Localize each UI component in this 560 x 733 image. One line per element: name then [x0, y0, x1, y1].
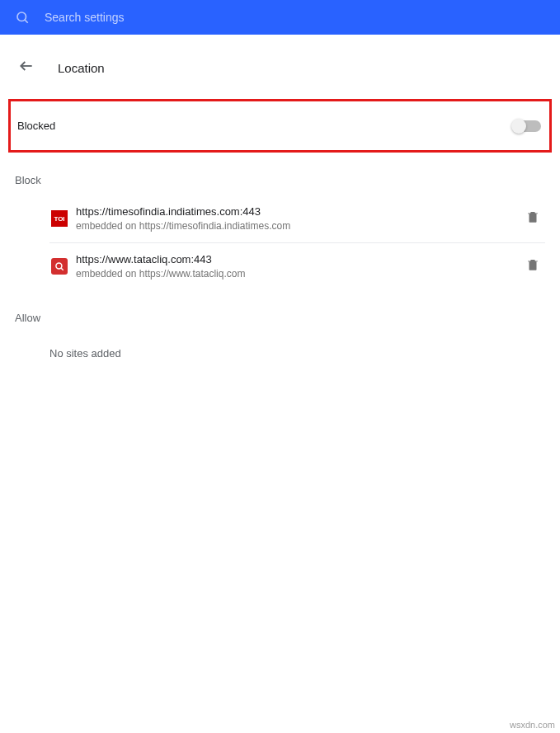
toggle-knob [511, 119, 526, 134]
blocked-label: Blocked [17, 120, 55, 132]
site-favicon-tatacliq [51, 258, 68, 275]
search-icon[interactable] [15, 10, 30, 25]
svg-point-3 [56, 263, 62, 269]
trash-icon[interactable] [520, 252, 545, 280]
blocked-toggle-row: Blocked [8, 99, 552, 153]
svg-point-0 [17, 12, 26, 21]
svg-line-4 [61, 268, 64, 270]
title-row: Location [0, 35, 560, 92]
site-text: https://www.tatacliq.com:443 embedded on… [76, 253, 520, 280]
site-url: https://www.tatacliq.com:443 [76, 253, 520, 265]
site-row[interactable]: https://www.tatacliq.com:443 embedded on… [0, 242, 560, 290]
block-section-heading: Block [0, 153, 560, 195]
site-url: https://timesofindia.indiatimes.com:443 [76, 205, 520, 218]
svg-line-1 [25, 20, 28, 23]
blocked-toggle[interactable] [513, 120, 541, 132]
site-favicon-toi: TOI [51, 210, 68, 227]
search-input[interactable] [45, 11, 292, 24]
back-arrow-icon[interactable] [18, 58, 35, 78]
allow-empty-text: No sites added [0, 332, 560, 359]
site-text: https://timesofindia.indiatimes.com:443 … [76, 205, 520, 232]
trash-icon[interactable] [520, 204, 545, 233]
watermark: wsxdn.com [510, 720, 555, 730]
site-embedded-text: embedded on https://www.tatacliq.com [76, 268, 520, 280]
header-bar [0, 0, 560, 35]
site-embedded-text: embedded on https://timesofindia.indiati… [76, 220, 520, 232]
allow-section-heading: Allow [0, 290, 560, 332]
site-row[interactable]: TOI https://timesofindia.indiatimes.com:… [0, 195, 560, 242]
page-title: Location [58, 61, 105, 75]
